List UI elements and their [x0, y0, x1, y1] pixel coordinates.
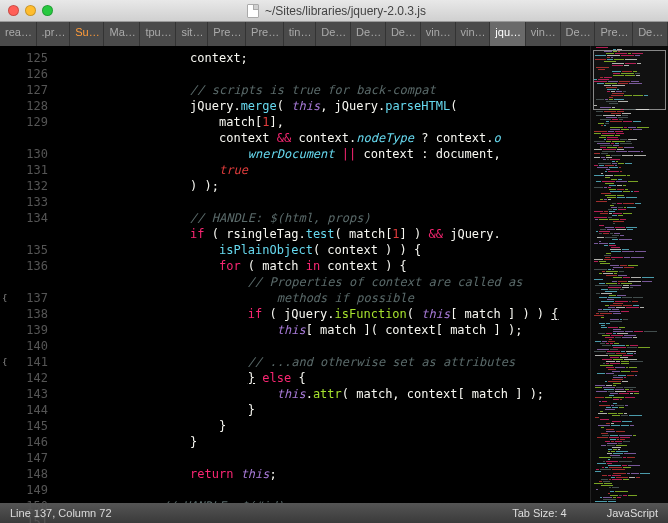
line-number: [4, 274, 48, 290]
tab-bar: rea….pr…Su…Ma…tpu…sit…Pre…Pre…tin…De…De……: [0, 22, 668, 46]
zoom-icon[interactable]: [42, 5, 53, 16]
code-line[interactable]: [60, 482, 590, 498]
window-title: ~/Sites/libraries/jquery-2.0.3.js: [53, 4, 620, 18]
code-line[interactable]: return this;: [60, 466, 590, 482]
code-line[interactable]: this.attr( match, context[ match ] );: [60, 386, 590, 402]
tab-3[interactable]: Ma…: [104, 22, 140, 46]
minimize-icon[interactable]: [25, 5, 36, 16]
tab-16[interactable]: De…: [561, 22, 596, 46]
line-number: 127: [4, 82, 48, 98]
code-line[interactable]: context;: [60, 50, 590, 66]
line-number: 125: [4, 50, 48, 66]
code-line[interactable]: }: [60, 418, 590, 434]
line-number: 140: [4, 338, 48, 354]
code-line[interactable]: true: [60, 162, 590, 178]
line-number: 137: [4, 290, 48, 306]
line-number: 130: [4, 146, 48, 162]
tab-6[interactable]: Pre…: [208, 22, 246, 46]
tab-0[interactable]: rea…: [0, 22, 37, 46]
code-line[interactable]: [60, 66, 590, 82]
close-icon[interactable]: [8, 5, 19, 16]
tab-5[interactable]: sit…: [176, 22, 208, 46]
line-number: 141: [4, 354, 48, 370]
line-number: 131: [4, 162, 48, 178]
document-icon: [247, 4, 259, 18]
code-line[interactable]: // HANDLE: $(#id): [60, 498, 590, 503]
tab-18[interactable]: De…: [633, 22, 668, 46]
line-number: 143: [4, 386, 48, 402]
tab-1[interactable]: .pr…: [37, 22, 71, 46]
line-number: 146: [4, 434, 48, 450]
tab-9[interactable]: De…: [316, 22, 351, 46]
line-number: 144: [4, 402, 48, 418]
code-line[interactable]: if ( rsingleTag.test( match[1] ) && jQue…: [60, 226, 590, 242]
code-line[interactable]: [60, 338, 590, 354]
syntax-language[interactable]: JavaScript: [607, 507, 658, 519]
tab-10[interactable]: De…: [351, 22, 386, 46]
status-bar: Line 137, Column 72 Tab Size: 4 JavaScri…: [0, 503, 668, 523]
code-line[interactable]: match[1],: [60, 114, 590, 130]
line-number: 147: [4, 450, 48, 466]
code-line[interactable]: } else {: [60, 370, 590, 386]
code-line[interactable]: // HANDLE: $(html, props): [60, 210, 590, 226]
code-line[interactable]: [60, 450, 590, 466]
minimap[interactable]: [590, 46, 668, 503]
line-number: 150: [4, 498, 48, 514]
line-number: 148: [4, 466, 48, 482]
tab-4[interactable]: tpu…: [140, 22, 176, 46]
code-line[interactable]: // ...and otherwise set as attributes: [60, 354, 590, 370]
line-number: 133: [4, 194, 48, 210]
line-number: 132: [4, 178, 48, 194]
code-line[interactable]: }: [60, 402, 590, 418]
line-number: 149: [4, 482, 48, 498]
line-number: 138: [4, 306, 48, 322]
tab-8[interactable]: tin…: [284, 22, 317, 46]
line-number: [4, 226, 48, 242]
line-number: 126: [4, 66, 48, 82]
tab-2[interactable]: Su…: [70, 22, 104, 46]
line-number: 134: [4, 210, 48, 226]
fold-marker-icon[interactable]: {: [2, 290, 7, 306]
line-number: 135: [4, 242, 48, 258]
code-line[interactable]: // Properties of context are called as: [60, 274, 590, 290]
tab-17[interactable]: Pre…: [595, 22, 633, 46]
titlebar: ~/Sites/libraries/jquery-2.0.3.js: [0, 0, 668, 22]
code-line[interactable]: jQuery.merge( this, jQuery.parseHTML(: [60, 98, 590, 114]
code-line[interactable]: isPlainObject( context ) ) {: [60, 242, 590, 258]
code-area[interactable]: context; // scripts is true for back-com…: [60, 46, 590, 503]
line-number: 129: [4, 114, 48, 130]
code-line[interactable]: for ( match in context ) {: [60, 258, 590, 274]
code-line[interactable]: ) );: [60, 178, 590, 194]
line-number: 128: [4, 98, 48, 114]
code-line[interactable]: this[ match ]( context[ match ] );: [60, 322, 590, 338]
traffic-lights: [8, 5, 53, 16]
code-line[interactable]: context && context.nodeType ? context.o: [60, 130, 590, 146]
tab-14[interactable]: jqu…: [490, 22, 525, 46]
line-number: 139: [4, 322, 48, 338]
tab-11[interactable]: De…: [386, 22, 421, 46]
line-number: 136: [4, 258, 48, 274]
line-number: [4, 130, 48, 146]
tab-size[interactable]: Tab Size: 4: [512, 507, 566, 519]
tab-15[interactable]: vin…: [526, 22, 561, 46]
line-number: 145: [4, 418, 48, 434]
fold-marker-icon[interactable]: {: [2, 354, 7, 370]
code-line[interactable]: }: [60, 434, 590, 450]
tab-13[interactable]: vin…: [456, 22, 491, 46]
editor: 125126127128129130131132133134135136{137…: [0, 46, 668, 503]
file-path: ~/Sites/libraries/jquery-2.0.3.js: [265, 4, 426, 18]
code-line[interactable]: wnerDocument || context : document,: [60, 146, 590, 162]
line-number: 151: [4, 514, 48, 523]
line-gutter: 125126127128129130131132133134135136{137…: [0, 46, 60, 503]
code-line[interactable]: methods if possible: [60, 290, 590, 306]
code-line[interactable]: // scripts is true for back-compat: [60, 82, 590, 98]
code-line[interactable]: [60, 194, 590, 210]
tab-7[interactable]: Pre…: [246, 22, 284, 46]
tab-12[interactable]: vin…: [421, 22, 456, 46]
line-number: 142: [4, 370, 48, 386]
code-line[interactable]: if ( jQuery.isFunction( this[ match ] ) …: [60, 306, 590, 322]
